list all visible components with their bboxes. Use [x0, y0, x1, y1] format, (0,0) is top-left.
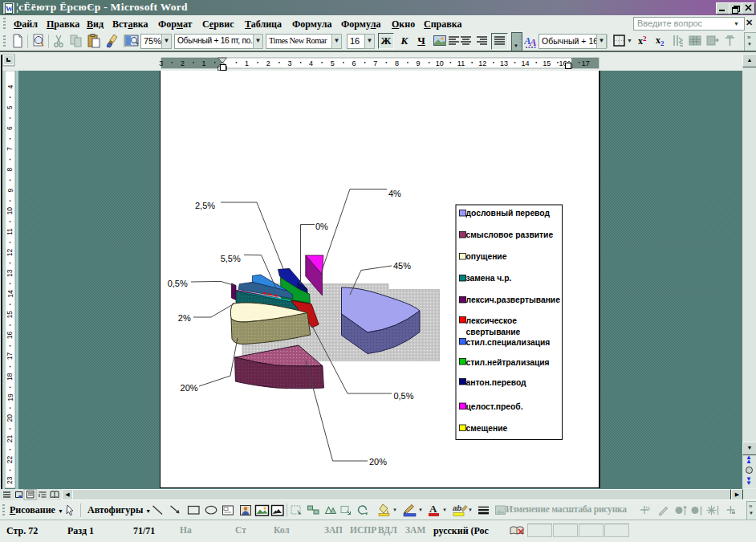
svg-text:13: 13 — [6, 269, 14, 277]
svg-text:10: 10 — [436, 59, 444, 67]
svg-text:10: 10 — [6, 207, 14, 215]
svg-text:7: 7 — [373, 59, 377, 67]
svg-text:6: 6 — [352, 59, 356, 67]
svg-text:лексическое: лексическое — [466, 316, 518, 325]
svg-text:дословный перевод: дословный перевод — [466, 209, 551, 218]
svg-text:9: 9 — [6, 188, 14, 192]
svg-text:2,5%: 2,5% — [195, 201, 215, 210]
svg-text:свертывание: свертывание — [466, 328, 521, 336]
svg-text:5: 5 — [331, 59, 335, 67]
svg-text:20: 20 — [6, 414, 14, 422]
svg-text:0%: 0% — [315, 222, 328, 231]
svg-text:20%: 20% — [181, 383, 198, 393]
svg-text:4%: 4% — [388, 189, 401, 198]
svg-text:15: 15 — [6, 311, 14, 319]
svg-text:антон.перевод: антон.перевод — [466, 378, 527, 387]
svg-text:стил.нейтрализация: стил.нейтрализация — [466, 358, 550, 367]
svg-text:1: 1 — [245, 59, 249, 67]
svg-text:6: 6 — [6, 126, 14, 130]
svg-text:лексич.развертывание: лексич.развертывание — [466, 295, 561, 304]
svg-text:0,5%: 0,5% — [393, 391, 413, 401]
svg-text:20%: 20% — [369, 457, 387, 467]
svg-text:17: 17 — [6, 352, 14, 360]
svg-text:14: 14 — [522, 59, 530, 67]
svg-text:17: 17 — [582, 59, 590, 67]
svg-text:замена ч.р.: замена ч.р. — [466, 274, 512, 283]
svg-text:8: 8 — [395, 59, 399, 67]
svg-text:12: 12 — [478, 59, 486, 67]
svg-text:5: 5 — [6, 105, 14, 109]
svg-text:11: 11 — [6, 228, 14, 235]
svg-text:9: 9 — [417, 59, 421, 67]
svg-text:4: 4 — [6, 84, 14, 88]
svg-text:3: 3 — [159, 59, 163, 67]
svg-text:13: 13 — [500, 59, 508, 67]
svg-text:15: 15 — [543, 59, 551, 67]
svg-text:целост.преоб.: целост.преоб. — [466, 402, 523, 411]
svg-text:стил.специализация: стил.специализация — [466, 338, 551, 347]
svg-text:1: 1 — [202, 59, 206, 67]
svg-text:0,5%: 0,5% — [168, 279, 188, 288]
svg-text:2: 2 — [181, 59, 185, 67]
svg-text:смысловое развитие: смысловое развитие — [466, 230, 554, 239]
svg-text:19: 19 — [6, 393, 14, 401]
svg-text:22: 22 — [6, 455, 14, 463]
svg-text:16: 16 — [6, 332, 14, 340]
svg-text:23: 23 — [6, 476, 14, 484]
svg-text:3: 3 — [287, 59, 291, 67]
svg-text:2%: 2% — [178, 313, 191, 323]
svg-text:опущение: опущение — [466, 252, 507, 261]
svg-text:ab: ab — [453, 503, 461, 512]
svg-text:14: 14 — [6, 290, 14, 298]
svg-text:11: 11 — [457, 59, 465, 67]
svg-text:18: 18 — [6, 373, 14, 381]
svg-text:А: А — [529, 36, 537, 48]
svg-text:5,5%: 5,5% — [221, 254, 241, 263]
svg-text:45%: 45% — [393, 261, 411, 271]
svg-text:смещение: смещение — [466, 424, 508, 433]
svg-text:12: 12 — [6, 248, 14, 256]
svg-text:7: 7 — [6, 147, 14, 151]
svg-text:21: 21 — [6, 435, 14, 443]
svg-text:4: 4 — [309, 59, 313, 67]
svg-text:8: 8 — [6, 168, 14, 172]
svg-text:2: 2 — [266, 59, 270, 67]
